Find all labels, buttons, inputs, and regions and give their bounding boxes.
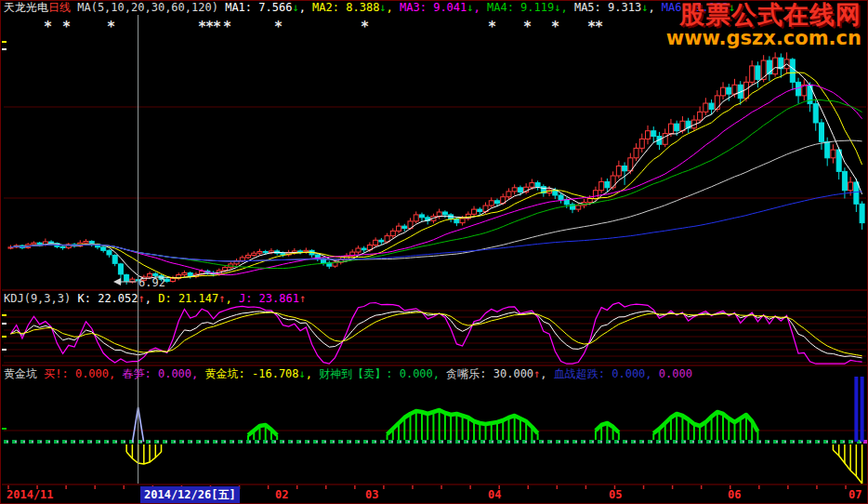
event-marker-asterisk: * — [551, 19, 559, 35]
stock-chart-window: 6.92************** 天龙光电日线 MA(5,10,20,30,… — [0, 0, 868, 504]
event-marker-asterisk: * — [44, 19, 52, 35]
event-marker-asterisk: * — [595, 19, 603, 35]
huangjinkeng-arrow: ↓ — [299, 367, 306, 380]
kdj-params: KDJ(9,3,3) — [4, 292, 77, 305]
chunsun-label: 春笋 — [123, 367, 145, 380]
kdj-d-value: D: 21.147 — [158, 292, 218, 305]
xuezhan-value-2: 0.000 — [659, 367, 692, 380]
ma2-value: MA2: 8.388 — [312, 1, 379, 14]
kdj-k-value: K: 22.052 — [77, 292, 138, 305]
event-marker-asterisk: * — [62, 19, 71, 35]
huangjinkeng-value: 黄金坑: -16.708 — [205, 367, 299, 380]
crosshair-date-label: 2014/12/26[五] — [140, 486, 240, 504]
sub-indicator-row: 黄金坑 买!: 0.000, 春笋: 0.000, 黄金坑: -16.708↓,… — [4, 367, 692, 380]
axis-label: 06 — [728, 488, 741, 501]
buy-signal-label: 买! — [44, 367, 61, 380]
axis-label: 03 — [365, 488, 378, 501]
ma2-arrow: ↓ — [379, 1, 386, 14]
period-label: 日线 — [48, 1, 71, 14]
tanzuile-value: 贪嘴乐: 30.000 — [446, 367, 533, 380]
logo-site-url: www.gszx.com.cn — [666, 28, 861, 48]
kdj-k-arrow: ↑ — [138, 292, 145, 305]
watermark-logo: 股票公式在线网 www.gszx.com.cn — [666, 2, 861, 48]
low-price-label: 6.92 — [138, 276, 165, 289]
event-marker-asterisk: * — [213, 19, 221, 35]
buy-signal-value: : 0.000, — [61, 367, 122, 380]
event-marker-asterisk: * — [488, 19, 496, 35]
event-marker-asterisk: * — [361, 19, 369, 35]
xuezhan-value-1: 血战超跌: 0.000 — [554, 367, 646, 380]
axis-label: 2014/11 — [7, 488, 54, 501]
axis-label: 02 — [275, 488, 288, 501]
chart-canvas[interactable]: 6.92************** — [1, 1, 868, 504]
ma3-value: MA3: 9.041 — [400, 1, 467, 14]
event-marker-asterisk: * — [274, 19, 283, 35]
ma-params: MA(5,10,20,30,60,120) — [71, 1, 225, 14]
kdj-indicator-row: KDJ(9,3,3) K: 22.052↑, D: 21.147↑, J: 23… — [4, 292, 306, 305]
kdj-j-value: J: 23.861 — [239, 292, 299, 305]
ma4-value: MA4: 9.119 — [487, 1, 554, 14]
event-marker-asterisk: * — [107, 19, 115, 35]
chunsun-value: : 0.000, — [145, 367, 205, 380]
event-marker-asterisk: * — [523, 19, 532, 35]
date-axis[interactable]: 2014/110203040506072014/12/26[五] — [1, 485, 868, 504]
axis-label: 07 — [848, 488, 861, 501]
stock-name: 天龙光电 — [4, 1, 48, 14]
main-indicator-row: 天龙光电日线 MA(5,10,20,30,60,120) MA1: 7.566↓… — [4, 1, 735, 14]
ma1-value: MA1: 7.566 — [225, 1, 292, 14]
ma1-arrow: ↓ — [292, 1, 298, 14]
ma3-arrow: ↓ — [467, 1, 473, 14]
kdj-j-arrow: ↑ — [299, 292, 306, 305]
ma5-value: MA5: 9.313 — [574, 1, 641, 14]
event-marker-asterisk: * — [223, 19, 231, 35]
sub-indicator-name: 黄金坑 — [4, 367, 44, 380]
logo-site-name: 股票公式在线网 — [666, 2, 861, 28]
axis-label: 05 — [609, 488, 622, 501]
axis-label: 04 — [488, 488, 501, 501]
caishendao-value: 财神到【卖】: 0.000, — [319, 367, 446, 380]
